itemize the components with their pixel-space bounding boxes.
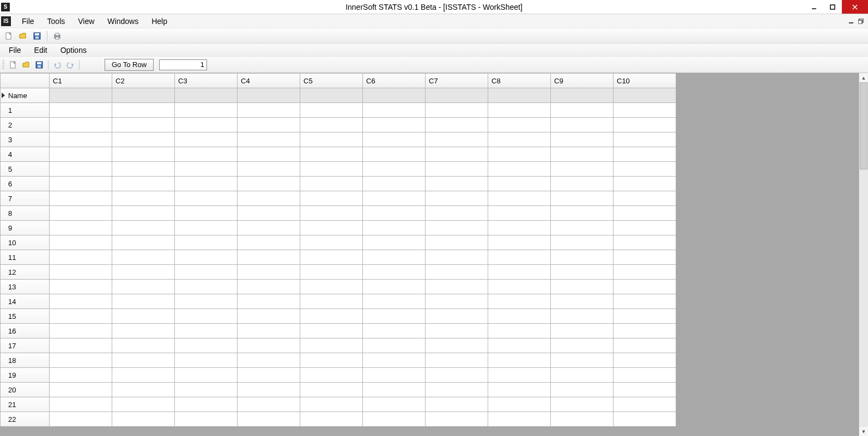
data-cell[interactable] (238, 353, 300, 368)
data-cell[interactable] (112, 162, 175, 177)
data-cell[interactable] (238, 412, 300, 427)
data-cell[interactable] (551, 294, 614, 309)
table-row[interactable]: 16 (1, 324, 676, 338)
data-cell[interactable] (300, 235, 363, 250)
data-cell[interactable] (238, 221, 300, 235)
data-cell[interactable] (50, 191, 112, 206)
table-row[interactable]: 15 (1, 309, 676, 324)
data-cell[interactable] (551, 191, 614, 206)
data-cell[interactable] (238, 103, 300, 118)
data-cell[interactable] (488, 368, 551, 383)
data-cell[interactable] (551, 368, 614, 383)
data-cell[interactable] (488, 162, 551, 177)
data-cell[interactable] (551, 221, 614, 235)
data-cell[interactable] (551, 265, 614, 280)
data-cell[interactable] (614, 191, 676, 206)
data-cell[interactable] (238, 147, 300, 162)
row-header[interactable]: 19 (1, 368, 50, 383)
data-cell[interactable] (363, 177, 426, 191)
table-row[interactable]: 12 (1, 265, 676, 280)
data-cell[interactable] (551, 235, 614, 250)
data-cell[interactable] (426, 324, 488, 338)
ws-menu-edit[interactable]: Edit (28, 45, 54, 56)
data-cell[interactable] (50, 103, 112, 118)
data-cell[interactable] (363, 324, 426, 338)
table-row[interactable]: 9 (1, 221, 676, 235)
column-header[interactable]: C10 (614, 74, 676, 88)
table-row[interactable]: 1 (1, 103, 676, 118)
data-cell[interactable] (488, 280, 551, 294)
data-cell[interactable] (426, 221, 488, 235)
table-row[interactable]: 21 (1, 397, 676, 412)
data-cell[interactable] (426, 309, 488, 324)
data-cell[interactable] (238, 132, 300, 147)
data-cell[interactable] (551, 324, 614, 338)
data-cell[interactable] (175, 265, 238, 280)
scroll-down-icon[interactable]: ▼ (859, 427, 868, 436)
column-header[interactable]: C6 (363, 74, 426, 88)
data-cell[interactable] (426, 206, 488, 221)
column-header[interactable]: C4 (238, 74, 300, 88)
data-cell[interactable] (50, 235, 112, 250)
data-cell[interactable] (363, 221, 426, 235)
data-cell[interactable] (363, 206, 426, 221)
data-cell[interactable] (488, 324, 551, 338)
data-cell[interactable] (300, 191, 363, 206)
row-header[interactable]: 18 (1, 353, 50, 368)
data-cell[interactable] (488, 206, 551, 221)
data-cell[interactable] (112, 206, 175, 221)
data-cell[interactable] (112, 221, 175, 235)
data-cell[interactable] (300, 397, 363, 412)
table-row[interactable]: 3 (1, 132, 676, 147)
row-header[interactable]: 15 (1, 309, 50, 324)
table-row[interactable]: 10 (1, 235, 676, 250)
row-header[interactable]: 2 (1, 118, 50, 132)
data-cell[interactable] (426, 280, 488, 294)
menu-tools[interactable]: Tools (41, 15, 72, 27)
data-cell[interactable] (50, 309, 112, 324)
data-cell[interactable] (614, 265, 676, 280)
ws-save-icon[interactable] (34, 59, 45, 70)
data-cell[interactable] (551, 118, 614, 132)
ws-menu-options[interactable]: Options (54, 45, 93, 56)
data-cell[interactable] (363, 353, 426, 368)
data-cell[interactable] (614, 235, 676, 250)
menu-windows[interactable]: Windows (101, 15, 145, 27)
data-cell[interactable] (614, 177, 676, 191)
data-cell[interactable] (426, 103, 488, 118)
data-cell[interactable] (238, 397, 300, 412)
data-cell[interactable] (300, 265, 363, 280)
data-cell[interactable] (238, 324, 300, 338)
data-cell[interactable] (50, 221, 112, 235)
data-cell[interactable] (614, 294, 676, 309)
row-header[interactable]: 3 (1, 132, 50, 147)
open-icon[interactable] (17, 31, 28, 41)
ws-new-icon[interactable] (8, 59, 19, 70)
data-cell[interactable] (238, 309, 300, 324)
data-cell[interactable] (112, 235, 175, 250)
go-to-row-input[interactable] (159, 59, 207, 70)
data-cell[interactable] (175, 324, 238, 338)
data-cell[interactable] (175, 235, 238, 250)
column-header[interactable]: C3 (175, 74, 238, 88)
data-cell[interactable] (50, 324, 112, 338)
data-cell[interactable] (426, 147, 488, 162)
data-cell[interactable] (614, 338, 676, 353)
table-row[interactable]: 20 (1, 383, 676, 397)
data-cell[interactable] (614, 132, 676, 147)
row-header[interactable]: 5 (1, 162, 50, 177)
data-cell[interactable] (175, 177, 238, 191)
data-cell[interactable] (488, 118, 551, 132)
data-cell[interactable] (551, 250, 614, 265)
name-cell[interactable] (175, 88, 238, 103)
table-row[interactable]: 17 (1, 338, 676, 353)
data-cell[interactable] (238, 368, 300, 383)
data-cell[interactable] (300, 177, 363, 191)
print-icon[interactable] (52, 31, 63, 41)
data-cell[interactable] (50, 353, 112, 368)
scroll-track[interactable] (859, 82, 868, 427)
row-header[interactable]: 16 (1, 324, 50, 338)
row-header[interactable]: 8 (1, 206, 50, 221)
data-cell[interactable] (614, 397, 676, 412)
data-cell[interactable] (551, 147, 614, 162)
